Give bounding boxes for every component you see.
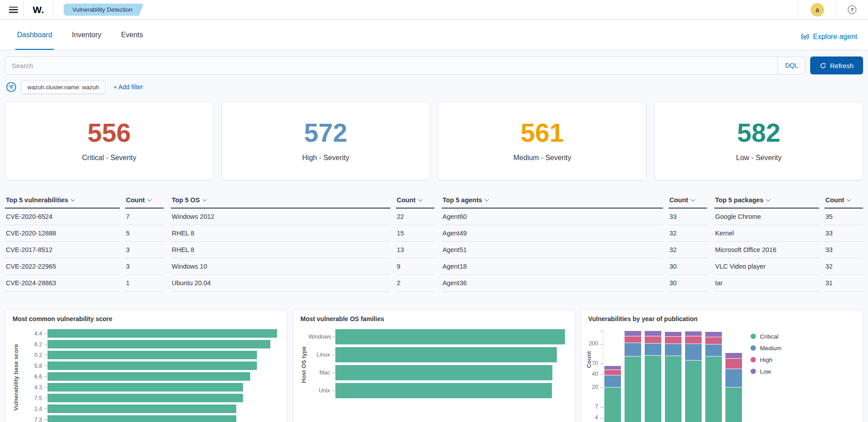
row-count: 35 [825,209,863,225]
y-tick-label: 6.2 [21,341,42,348]
menu-icon[interactable] [9,7,18,13]
bar[interactable] [47,329,278,338]
search-input[interactable] [5,62,777,70]
breadcrumb[interactable]: Vulnerability Detection [64,4,144,16]
table-sort-count[interactable]: Count [396,194,434,209]
bar[interactable] [47,350,257,360]
tab-events[interactable]: Events [119,31,145,50]
table-sort-title[interactable]: Top 5 vulnerabilities [5,194,120,209]
y-tick-label: 6.6 [21,374,42,380]
stacked-bar-segment-medium[interactable] [665,344,681,356]
bar[interactable] [47,415,237,422]
top5-table: Top 5 packagesCountGoogle Chrome35Kernel… [714,194,863,291]
low-count: 582 [737,120,781,146]
stacked-bar-segment-medium[interactable] [725,369,742,387]
stacked-bar-segment-medium[interactable] [685,344,702,360]
stacked-bar-segment-high[interactable] [645,336,661,343]
row-name: Ubuntu 20.04 [171,275,391,291]
table-sort-title[interactable]: Top 5 packages [714,194,819,209]
row-count: 32 [825,258,863,275]
bar-track [335,383,568,399]
avatar[interactable]: a [811,3,824,17]
table-row: VLC Video player32 [714,258,863,275]
stacked-bar-segment-medium[interactable] [604,375,621,387]
y-tick-label: 200 [586,340,598,347]
stacked-bar-segment-medium[interactable] [645,344,661,355]
stacked-bar-segment-high[interactable] [705,337,722,344]
table-row: Ubuntu 20.042 [171,275,434,291]
query-language-button[interactable]: DQL [777,57,805,74]
explore-agent-link[interactable]: Explore agent [801,32,861,50]
medium-severity-card[interactable]: 561 Medium - Severity [438,101,647,180]
top5-table: Top 5 vulnerabilitiesCountCVE-2020-65247… [5,194,164,291]
filter-pill[interactable]: wazuh.cluster.name: wazuh [21,81,105,94]
legend-item-low[interactable]: Low [751,365,781,377]
stacked-bar-segment-high[interactable] [625,336,641,343]
bar[interactable] [47,339,271,349]
wazuh-logo[interactable]: W. [24,4,53,15]
row-count: 1 [125,275,164,291]
tab-inventory[interactable]: Inventory [70,31,103,50]
stacked-bar-segment-critical[interactable] [625,357,641,422]
stacked-bar-segment-critical[interactable] [604,387,621,422]
refresh-icon [820,62,826,69]
table-row: RHEL 815 [171,225,434,242]
help-icon[interactable]: ? [848,5,856,14]
stacked-bar-segment-critical[interactable] [665,356,681,422]
y-tick-label: 7.5 [21,395,42,401]
table-row: Agent1830 [442,258,707,275]
bar[interactable] [47,393,243,403]
stacked-bar-segment-low[interactable] [685,331,702,336]
stacked-bar-segment-high[interactable] [685,336,702,344]
critical-severity-card[interactable]: 556 Critical - Severity [5,101,213,180]
table-sort-count[interactable]: Count [125,194,164,209]
bar[interactable] [47,372,251,381]
stacked-bar-segment-medium[interactable] [625,343,641,356]
stacked-bar-segment-low[interactable] [604,366,621,370]
stacked-bar-segment-critical[interactable] [725,387,742,422]
stacked-bar-segment-critical[interactable] [685,361,702,422]
stacked-bar-segment-low[interactable] [665,332,681,336]
legend-item-critical[interactable]: Critical [751,331,781,342]
severity-cards: 556 Critical - Severity 572 High - Sever… [5,101,863,180]
stacked-bar-segment-high[interactable] [665,337,681,344]
bar-track [47,350,280,360]
row-name: Agent51 [442,242,663,258]
high-severity-card[interactable]: 572 High - Severity [221,101,430,180]
low-severity-card[interactable]: 582 Low - Severity [655,101,863,180]
filter-icon[interactable] [6,82,17,92]
bar[interactable] [47,361,257,370]
stacked-bar-segment-high[interactable] [725,359,742,369]
bar[interactable] [335,383,552,399]
legend-item-medium[interactable]: Medium [751,342,781,354]
table-sort-count[interactable]: Count [825,194,863,209]
refresh-button[interactable]: Refresh [810,57,863,74]
bar[interactable] [335,329,565,345]
stacked-bar-segment-critical[interactable] [705,357,722,422]
table-sort-title[interactable]: Top 5 agents [442,194,663,209]
add-filter-button[interactable]: + Add filter [113,83,143,91]
bar-row: 1.4 [21,404,280,413]
tab-dashboard[interactable]: Dashboard [15,31,54,50]
y-tick-mark [600,407,603,408]
table-sort-title[interactable]: Top 5 OS [171,194,391,209]
bar[interactable] [335,365,553,381]
legend-item-high[interactable]: High [751,354,781,365]
table-sort-count[interactable]: Count [668,194,707,209]
stacked-bar-segment-low[interactable] [625,331,641,336]
stacked-bar-segment-low[interactable] [725,353,742,358]
panel-vulnerability-score: Most common vulnerability score Vulnerab… [5,309,287,422]
stacked-bar-segment-medium[interactable] [705,344,722,356]
stacked-bar-segment-low[interactable] [705,332,722,337]
bar[interactable] [47,383,243,392]
top-bar-left: W. Vulnerability Detection [6,0,144,19]
y-tick-mark [600,344,603,344]
y-tick-mark [600,331,603,331]
vulnerability-score-chart: Vulnerability base score4.46.20.25.86.64… [13,329,280,422]
stacked-bar-segment-high[interactable] [604,370,621,375]
bar[interactable] [335,347,557,363]
row-name: RHEL 8 [171,242,391,258]
stacked-bar-segment-critical[interactable] [645,356,661,422]
bar[interactable] [47,404,237,413]
stacked-bar-segment-low[interactable] [645,331,661,336]
